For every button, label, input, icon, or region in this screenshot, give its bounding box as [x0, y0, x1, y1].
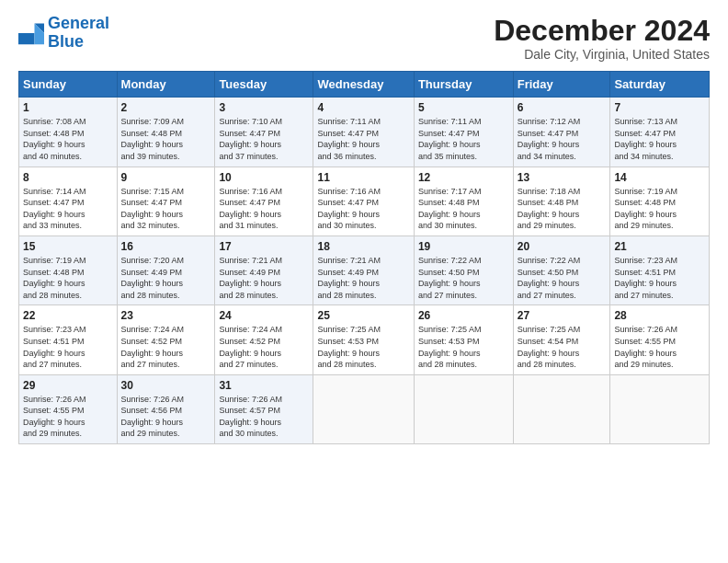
week-row-2: 15Sunrise: 7:19 AM Sunset: 4:48 PM Dayli… [19, 236, 710, 304]
day-number: 2 [121, 101, 211, 114]
day-info: Sunrise: 7:24 AM Sunset: 4:52 PM Dayligh… [219, 324, 309, 370]
header-row: SundayMondayTuesdayWednesdayThursdayFrid… [19, 72, 710, 98]
day-number: 31 [219, 379, 309, 392]
calendar-cell: 6Sunrise: 7:12 AM Sunset: 4:47 PM Daylig… [513, 98, 610, 167]
calendar-cell [513, 374, 610, 443]
calendar-cell: 8Sunrise: 7:14 AM Sunset: 4:47 PM Daylig… [19, 167, 118, 236]
header: General Blue December 2024 Dale City, Vi… [18, 15, 710, 62]
logo: General Blue [18, 15, 109, 52]
day-info: Sunrise: 7:21 AM Sunset: 4:49 PM Dayligh… [317, 255, 409, 301]
header-day-wednesday: Wednesday [313, 72, 414, 98]
week-row-4: 29Sunrise: 7:26 AM Sunset: 4:55 PM Dayli… [19, 374, 710, 443]
calendar-cell: 30Sunrise: 7:26 AM Sunset: 4:56 PM Dayli… [117, 374, 215, 443]
day-info: Sunrise: 7:23 AM Sunset: 4:51 PM Dayligh… [614, 255, 705, 301]
day-number: 23 [121, 309, 211, 322]
header-day-friday: Friday [513, 72, 610, 98]
calendar-cell: 17Sunrise: 7:21 AM Sunset: 4:49 PM Dayli… [215, 236, 313, 304]
day-number: 6 [518, 101, 607, 114]
week-row-3: 22Sunrise: 7:23 AM Sunset: 4:51 PM Dayli… [19, 305, 710, 374]
calendar-cell: 2Sunrise: 7:09 AM Sunset: 4:48 PM Daylig… [117, 98, 215, 167]
day-info: Sunrise: 7:26 AM Sunset: 4:56 PM Dayligh… [121, 394, 211, 440]
day-number: 10 [219, 171, 309, 184]
calendar-cell: 19Sunrise: 7:22 AM Sunset: 4:50 PM Dayli… [414, 236, 513, 304]
day-number: 19 [418, 240, 509, 253]
day-number: 15 [23, 240, 113, 253]
day-info: Sunrise: 7:10 AM Sunset: 4:47 PM Dayligh… [219, 116, 309, 162]
calendar-cell: 12Sunrise: 7:17 AM Sunset: 4:48 PM Dayli… [414, 167, 513, 236]
day-info: Sunrise: 7:23 AM Sunset: 4:51 PM Dayligh… [23, 324, 113, 370]
day-info: Sunrise: 7:16 AM Sunset: 4:47 PM Dayligh… [317, 186, 409, 232]
day-info: Sunrise: 7:26 AM Sunset: 4:57 PM Dayligh… [219, 394, 309, 440]
day-number: 5 [418, 101, 509, 114]
svg-rect-4 [35, 33, 45, 44]
day-info: Sunrise: 7:15 AM Sunset: 4:47 PM Dayligh… [121, 186, 211, 232]
day-number: 13 [518, 171, 607, 184]
calendar-cell: 4Sunrise: 7:11 AM Sunset: 4:47 PM Daylig… [313, 98, 414, 167]
calendar-cell: 20Sunrise: 7:22 AM Sunset: 4:50 PM Dayli… [513, 236, 610, 304]
day-info: Sunrise: 7:25 AM Sunset: 4:54 PM Dayligh… [518, 324, 607, 370]
day-info: Sunrise: 7:14 AM Sunset: 4:47 PM Dayligh… [23, 186, 113, 232]
calendar-cell [610, 374, 710, 443]
day-number: 14 [614, 171, 705, 184]
day-info: Sunrise: 7:11 AM Sunset: 4:47 PM Dayligh… [317, 116, 409, 162]
day-number: 28 [614, 309, 705, 322]
day-number: 8 [23, 171, 113, 184]
day-info: Sunrise: 7:25 AM Sunset: 4:53 PM Dayligh… [418, 324, 509, 370]
day-number: 1 [23, 101, 113, 114]
calendar-cell: 29Sunrise: 7:26 AM Sunset: 4:55 PM Dayli… [19, 374, 118, 443]
day-info: Sunrise: 7:20 AM Sunset: 4:49 PM Dayligh… [121, 255, 211, 301]
calendar-cell: 18Sunrise: 7:21 AM Sunset: 4:49 PM Dayli… [313, 236, 414, 304]
day-info: Sunrise: 7:25 AM Sunset: 4:53 PM Dayligh… [317, 324, 409, 370]
day-info: Sunrise: 7:18 AM Sunset: 4:48 PM Dayligh… [518, 186, 607, 232]
header-day-sunday: Sunday [19, 72, 118, 98]
day-info: Sunrise: 7:19 AM Sunset: 4:48 PM Dayligh… [614, 186, 705, 232]
calendar-cell: 14Sunrise: 7:19 AM Sunset: 4:48 PM Dayli… [610, 167, 710, 236]
day-info: Sunrise: 7:26 AM Sunset: 4:55 PM Dayligh… [614, 324, 705, 370]
day-number: 25 [317, 309, 409, 322]
main-title: December 2024 [494, 15, 710, 47]
logo-text: General Blue [48, 15, 109, 52]
day-info: Sunrise: 7:19 AM Sunset: 4:48 PM Dayligh… [23, 255, 113, 301]
calendar-cell: 11Sunrise: 7:16 AM Sunset: 4:47 PM Dayli… [313, 167, 414, 236]
day-info: Sunrise: 7:22 AM Sunset: 4:50 PM Dayligh… [518, 255, 607, 301]
day-info: Sunrise: 7:22 AM Sunset: 4:50 PM Dayligh… [418, 255, 509, 301]
calendar-cell: 9Sunrise: 7:15 AM Sunset: 4:47 PM Daylig… [117, 167, 215, 236]
day-number: 18 [317, 240, 409, 253]
day-number: 17 [219, 240, 309, 253]
day-number: 21 [614, 240, 705, 253]
day-info: Sunrise: 7:11 AM Sunset: 4:47 PM Dayligh… [418, 116, 509, 162]
day-info: Sunrise: 7:12 AM Sunset: 4:47 PM Dayligh… [518, 116, 607, 162]
day-number: 20 [518, 240, 607, 253]
day-number: 29 [23, 379, 113, 392]
calendar-cell: 1Sunrise: 7:08 AM Sunset: 4:48 PM Daylig… [19, 98, 118, 167]
week-row-0: 1Sunrise: 7:08 AM Sunset: 4:48 PM Daylig… [19, 98, 710, 167]
page: General Blue December 2024 Dale City, Vi… [0, 0, 728, 454]
header-day-saturday: Saturday [610, 72, 710, 98]
day-number: 22 [23, 309, 113, 322]
header-day-tuesday: Tuesday [215, 72, 313, 98]
logo-line2: Blue [48, 32, 84, 51]
day-info: Sunrise: 7:13 AM Sunset: 4:47 PM Dayligh… [614, 116, 705, 162]
day-number: 16 [121, 240, 211, 253]
header-day-thursday: Thursday [414, 72, 513, 98]
calendar-cell: 13Sunrise: 7:18 AM Sunset: 4:48 PM Dayli… [513, 167, 610, 236]
calendar-cell: 27Sunrise: 7:25 AM Sunset: 4:54 PM Dayli… [513, 305, 610, 374]
week-row-1: 8Sunrise: 7:14 AM Sunset: 4:47 PM Daylig… [19, 167, 710, 236]
day-info: Sunrise: 7:17 AM Sunset: 4:48 PM Dayligh… [418, 186, 509, 232]
calendar-cell [313, 374, 414, 443]
day-info: Sunrise: 7:26 AM Sunset: 4:55 PM Dayligh… [23, 394, 113, 440]
day-info: Sunrise: 7:16 AM Sunset: 4:47 PM Dayligh… [219, 186, 309, 232]
calendar-cell: 22Sunrise: 7:23 AM Sunset: 4:51 PM Dayli… [19, 305, 118, 374]
calendar-cell: 21Sunrise: 7:23 AM Sunset: 4:51 PM Dayli… [610, 236, 710, 304]
calendar-table: SundayMondayTuesdayWednesdayThursdayFrid… [18, 71, 710, 444]
calendar-cell: 28Sunrise: 7:26 AM Sunset: 4:55 PM Dayli… [610, 305, 710, 374]
calendar-cell: 7Sunrise: 7:13 AM Sunset: 4:47 PM Daylig… [610, 98, 710, 167]
day-number: 4 [317, 101, 409, 114]
calendar-cell: 15Sunrise: 7:19 AM Sunset: 4:48 PM Dayli… [19, 236, 118, 304]
day-info: Sunrise: 7:24 AM Sunset: 4:52 PM Dayligh… [121, 324, 211, 370]
calendar-cell: 10Sunrise: 7:16 AM Sunset: 4:47 PM Dayli… [215, 167, 313, 236]
title-area: December 2024 Dale City, Virginia, Unite… [494, 15, 710, 62]
day-number: 7 [614, 101, 705, 114]
logo-line1: General [48, 14, 109, 32]
calendar-cell: 23Sunrise: 7:24 AM Sunset: 4:52 PM Dayli… [117, 305, 215, 374]
